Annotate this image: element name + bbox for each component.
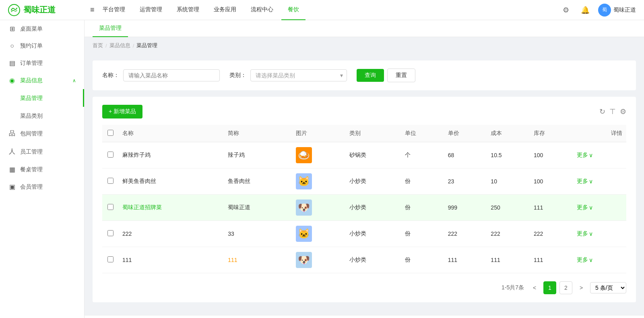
row-cost: 222 — [487, 221, 530, 247]
nav-item-system[interactable]: 系统管理 — [170, 0, 206, 20]
breadcrumb-sep-1: / — [105, 43, 107, 49]
more-link[interactable]: 更多 ∨ — [577, 152, 622, 159]
settings-icon[interactable]: ⚙ — [559, 4, 572, 17]
row-cost: 111 — [487, 247, 530, 273]
reset-button[interactable]: 重置 — [387, 69, 415, 82]
more-link[interactable]: 更多 ∨ — [577, 256, 622, 264]
page-2-btn[interactable]: 2 — [559, 281, 572, 294]
row-more: 更多 ∨ — [573, 247, 626, 273]
row-price: 999 — [444, 195, 487, 221]
category-select[interactable]: 请选择菜品类别 砂锅类 小炒类 — [250, 69, 347, 81]
col-cost: 成本 — [487, 125, 530, 142]
tab-dish-management[interactable]: 菜品管理 — [93, 20, 128, 37]
row-checkbox[interactable] — [107, 204, 114, 210]
row-checkbox[interactable] — [107, 152, 114, 158]
content-area: 名称： 类别： 请选择菜品类别 砂锅类 小炒类 查询 重置 — [85, 54, 644, 309]
category-search-field: 类别： 请选择菜品类别 砂锅类 小炒类 — [229, 69, 347, 81]
row-price: 111 — [444, 247, 487, 273]
members-icon: ▣ — [8, 183, 16, 191]
add-dish-button[interactable]: + 新增菜品 — [102, 105, 142, 118]
row-image: 🐶 — [292, 195, 345, 221]
next-page-btn[interactable]: > — [576, 282, 587, 293]
row-checkbox-cell — [102, 195, 118, 221]
data-table: 名称 简称 图片 类别 单位 单价 成本 库存 详情 麻辣炸子鸡 — [102, 125, 626, 273]
row-checkbox-cell — [102, 247, 118, 273]
row-checkbox-cell — [102, 168, 118, 195]
col-detail: 详情 — [573, 125, 626, 142]
nav-item-business[interactable]: 业务应用 — [207, 0, 243, 20]
more-link[interactable]: 更多 ∨ — [577, 178, 622, 185]
name-search-field: 名称： — [102, 69, 220, 81]
row-checkbox[interactable] — [107, 256, 114, 262]
columns-icon[interactable]: ⊤ — [609, 107, 616, 116]
table-row: 222 33 🐱 小炒类 份 222 222 222 更多 ∨ — [102, 221, 626, 247]
sidebar-item-orders[interactable]: ▤ 订单管理 — [0, 54, 84, 72]
sidebar: ⊞ 桌面菜单 ○ 预约订单 ▤ 订单管理 ◉ 菜品信息 ∧ 菜品管理 菜品类别 … — [0, 20, 85, 318]
row-abbr: 蜀味正道 — [224, 195, 292, 221]
row-name: 鲜美鱼香肉丝 — [118, 168, 224, 195]
logo[interactable]: 蜀味正道 — [8, 4, 89, 16]
table-row: 鲜美鱼香肉丝 鱼香肉丝 🐱 小炒类 份 23 10 100 更多 ∨ — [102, 168, 626, 195]
table-actions: ↻ ⊤ ⚙ — [599, 107, 626, 116]
food-image: 🐶 — [296, 200, 312, 216]
breadcrumb: 首页 / 菜品信息 / 菜品管理 — [85, 37, 644, 54]
pagination-info: 1-5共7条 — [502, 284, 524, 291]
row-category: 小炒类 — [345, 168, 401, 195]
sidebar-item-staff[interactable]: 人 员工管理 — [0, 143, 84, 161]
per-page-select[interactable]: 5 条/页 10 条/页 20 条/页 — [590, 282, 626, 293]
chevron-down-icon: ∨ — [589, 152, 593, 158]
table-body: 麻辣炸子鸡 辣子鸡 🍛 砂锅类 个 68 10.5 100 更多 ∨ 鲜美鱼香肉… — [102, 142, 626, 273]
row-category: 砂锅类 — [345, 142, 401, 168]
sidebar-item-desktop-menu[interactable]: ⊞ 桌面菜单 — [0, 20, 84, 37]
more-link[interactable]: 更多 ∨ — [577, 230, 622, 237]
nav-item-catering[interactable]: 餐饮 — [281, 0, 305, 20]
row-price: 68 — [444, 142, 487, 168]
row-unit: 个 — [401, 142, 444, 168]
row-stock: 111 — [530, 247, 573, 273]
col-image: 图片 — [292, 125, 345, 142]
table-row: 麻辣炸子鸡 辣子鸡 🍛 砂锅类 个 68 10.5 100 更多 ∨ — [102, 142, 626, 168]
row-image: 🐶 — [292, 247, 345, 273]
row-stock: 100 — [530, 142, 573, 168]
menu-toggle-btn[interactable]: ≡ — [90, 6, 95, 14]
logo-icon — [8, 4, 20, 16]
sidebar-sub-dish-management[interactable]: 菜品管理 — [0, 89, 84, 107]
query-button[interactable]: 查询 — [357, 69, 384, 82]
rooms-icon: 品 — [8, 129, 16, 138]
row-checkbox[interactable] — [107, 230, 114, 236]
sidebar-item-reservation[interactable]: ○ 预约订单 — [0, 37, 84, 54]
page-1-btn[interactable]: 1 — [543, 281, 556, 294]
row-category: 小炒类 — [345, 195, 401, 221]
sidebar-item-tables[interactable]: ▦ 餐桌管理 — [0, 161, 84, 178]
row-checkbox[interactable] — [107, 178, 114, 184]
table-head: 名称 简称 图片 类别 单位 单价 成本 库存 详情 — [102, 125, 626, 142]
more-link[interactable]: 更多 ∨ — [577, 204, 622, 211]
nav-item-platform[interactable]: 平台管理 — [96, 0, 132, 20]
name-input[interactable] — [123, 69, 220, 81]
refresh-icon[interactable]: ↻ — [599, 107, 605, 116]
row-abbr: 111 — [224, 247, 292, 273]
table-header: + 新增菜品 ↻ ⊤ ⚙ — [102, 105, 626, 118]
row-image: 🐱 — [292, 168, 345, 195]
sidebar-item-rooms[interactable]: 品 包间管理 — [0, 125, 84, 143]
pagination: 1-5共7条 < 1 2 > 5 条/页 10 条/页 20 条/页 — [102, 281, 626, 294]
col-checkbox — [102, 125, 118, 142]
notification-icon[interactable]: 🔔 — [579, 4, 592, 17]
nav-item-workflow[interactable]: 流程中心 — [244, 0, 280, 20]
settings-table-icon[interactable]: ⚙ — [620, 107, 626, 116]
user-avatar-btn[interactable]: 蜀 蜀味正道 — [598, 4, 636, 17]
nav-item-operation[interactable]: 运营管理 — [133, 0, 169, 20]
breadcrumb-home[interactable]: 首页 — [93, 42, 103, 49]
prev-page-btn[interactable]: < — [529, 282, 540, 293]
row-cost: 10 — [487, 168, 530, 195]
sidebar-item-members[interactable]: ▣ 会员管理 — [0, 178, 84, 195]
select-all-checkbox[interactable] — [107, 130, 114, 136]
sidebar-sub-dish-category[interactable]: 菜品类别 — [0, 107, 84, 125]
col-abbr: 简称 — [224, 125, 292, 142]
desktop-menu-icon: ⊞ — [8, 25, 16, 33]
sidebar-item-dish-info[interactable]: ◉ 菜品信息 ∧ — [0, 72, 84, 89]
search-panel: 名称： 类别： 请选择菜品类别 砂锅类 小炒类 查询 重置 — [93, 60, 636, 90]
row-unit: 份 — [401, 247, 444, 273]
breadcrumb-dish-info[interactable]: 菜品信息 — [109, 42, 130, 49]
row-image: 🐱 — [292, 221, 345, 247]
